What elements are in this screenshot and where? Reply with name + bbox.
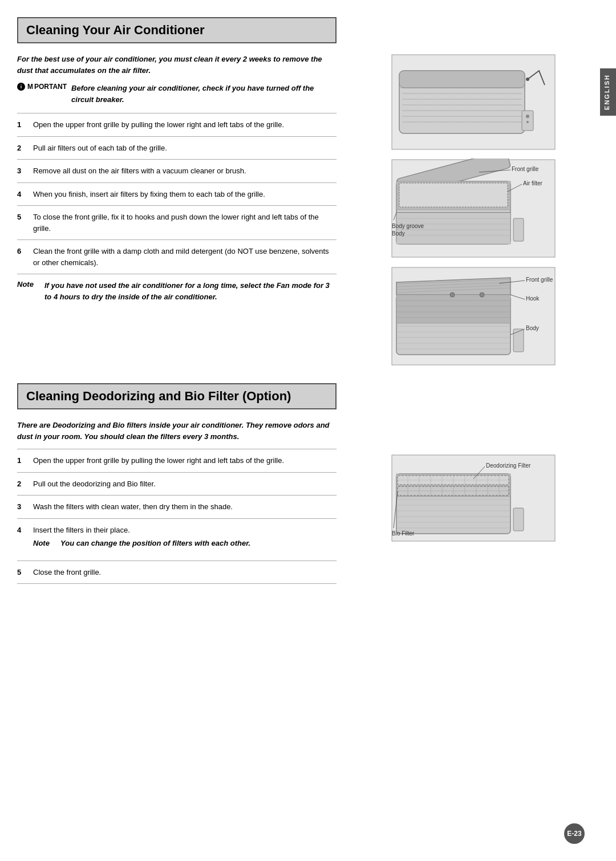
svg-rect-35 bbox=[513, 218, 524, 241]
svg-rect-28 bbox=[399, 183, 508, 207]
important-badge: i MPORTANT bbox=[17, 83, 67, 91]
s2-step-num-1: 1 bbox=[17, 455, 26, 466]
svg-text:Deodorizing Filter: Deodorizing Filter bbox=[486, 462, 531, 469]
s2-note-text-inline: You can change the position of filters w… bbox=[60, 538, 250, 549]
svg-text:Body: Body bbox=[392, 230, 405, 237]
step-num-5: 5 bbox=[17, 212, 26, 223]
important-label: M bbox=[27, 83, 33, 91]
section2-left: There are Deodorizing and Bio filters in… bbox=[17, 420, 337, 584]
step-num-1: 1 bbox=[17, 119, 26, 131]
step-item-6: 6 Clean the front grille with a damp clo… bbox=[17, 239, 337, 274]
s2-step-text-4: Insert the filters in their place. bbox=[33, 526, 130, 534]
step-item-2: 2 Pull air filters out of each tab of th… bbox=[17, 136, 337, 160]
section1-left: For the best use of your air conditioner… bbox=[17, 54, 337, 366]
svg-point-61 bbox=[480, 293, 484, 297]
svg-text:Body groove: Body groove bbox=[392, 223, 424, 229]
section1-intro: For the best use of your air conditioner… bbox=[17, 54, 337, 76]
svg-rect-2 bbox=[399, 71, 525, 88]
s2-step-item-1: 1 Open the upper front grille by pulling… bbox=[17, 449, 337, 472]
section2-title: Cleaning Deodorizing and Bio Filter (Opt… bbox=[17, 383, 337, 409]
step-text-1: Open the upper front grille by pulling t… bbox=[33, 119, 337, 131]
svg-point-18 bbox=[526, 115, 529, 118]
svg-point-60 bbox=[450, 293, 455, 297]
section1-title: Cleaning Your Air Conditioner bbox=[17, 17, 337, 43]
svg-text:Bio Filter: Bio Filter bbox=[392, 530, 415, 537]
s2-step-item-2: 2 Pull out the deodorizing and Bio filte… bbox=[17, 472, 337, 496]
s2-note-badge-inline: Note bbox=[33, 538, 56, 549]
step-item-5: 5 To close the front grille, fix it to h… bbox=[17, 205, 337, 239]
section2: Cleaning Deodorizing and Bio Filter (Opt… bbox=[17, 383, 599, 584]
step-num-3: 3 bbox=[17, 165, 26, 177]
important-label2: PORTANT bbox=[34, 83, 67, 91]
note-badge1: Note bbox=[17, 280, 40, 289]
s2-note-inline: Note You can change the position of filt… bbox=[33, 535, 250, 555]
step-text-4: When you finish, insert air filters by f… bbox=[33, 189, 337, 200]
s2-step-num-3: 3 bbox=[17, 501, 26, 513]
diagram4-svg: Deodorizing Filter Bio Filter bbox=[391, 454, 556, 542]
page-number-badge: E-23 bbox=[564, 823, 585, 844]
note-box1: Note If you have not used the air condit… bbox=[17, 274, 337, 308]
note-text1: If you have not used the air conditioner… bbox=[44, 280, 337, 302]
step-text-6: Clean the front grille with a damp cloth… bbox=[33, 246, 337, 268]
s2-step-item-3: 3 Wash the filters with clean water, the… bbox=[17, 495, 337, 518]
step-text-3: Remove all dust on the air filters with … bbox=[33, 165, 337, 177]
diagram1-svg bbox=[391, 54, 556, 151]
s2-step-text-2: Pull out the deodorizing and Bio filter. bbox=[33, 478, 337, 490]
s2-step-item-5: 5 Close the front grille. bbox=[17, 561, 337, 584]
diagram2-svg: Front grille Air filter Body groove Body bbox=[391, 159, 556, 258]
s2-bottom-line bbox=[17, 583, 337, 584]
s2-step-num-5: 5 bbox=[17, 567, 26, 578]
important-box: i MPORTANT Before cleaning your air cond… bbox=[17, 83, 337, 105]
section2-diagrams: Deodorizing Filter Bio Filter bbox=[348, 420, 599, 584]
s2-step-text-1: Open the upper front grille by pulling t… bbox=[33, 455, 337, 466]
step-num-2: 2 bbox=[17, 143, 26, 154]
important-icon: i bbox=[17, 83, 25, 91]
svg-text:Hook: Hook bbox=[526, 295, 540, 302]
svg-rect-49 bbox=[396, 295, 510, 323]
section1: Cleaning Your Air Conditioner For the be… bbox=[17, 17, 599, 366]
svg-rect-99 bbox=[513, 508, 524, 531]
s2-step-item-4: 4 Insert the filters in their place. Not… bbox=[17, 518, 337, 561]
page: ENGLISH Cleaning Your Air Conditioner Fo… bbox=[0, 0, 616, 861]
svg-text:Front grille: Front grille bbox=[512, 166, 539, 172]
step-item-4: 4 When you finish, insert air filters by… bbox=[17, 182, 337, 206]
diagram1 bbox=[391, 54, 556, 151]
step-item-1: 1 Open the upper front grille by pulling… bbox=[17, 113, 337, 136]
s2-step-text-5: Close the front grille. bbox=[33, 567, 337, 578]
step-text-2: Pull air filters out of each tab of the … bbox=[33, 143, 337, 154]
s2-step-num-2: 2 bbox=[17, 478, 26, 490]
svg-text:Body: Body bbox=[526, 325, 539, 331]
language-tab: ENGLISH bbox=[600, 68, 616, 116]
important-text: Before cleaning your air conditioner, ch… bbox=[71, 83, 337, 105]
section2-intro: There are Deodorizing and Bio filters in… bbox=[17, 420, 337, 442]
svg-rect-17 bbox=[522, 111, 533, 131]
diagram4: Deodorizing Filter Bio Filter bbox=[391, 454, 556, 542]
svg-text:Front grille: Front grille bbox=[526, 277, 553, 283]
svg-point-16 bbox=[526, 78, 529, 81]
diagram3-svg: Front grille Hook Body bbox=[391, 266, 556, 366]
svg-point-19 bbox=[526, 121, 529, 123]
step-num-6: 6 bbox=[17, 246, 26, 257]
step-num-4: 4 bbox=[17, 189, 26, 200]
step-text-5: To close the front grille, fix it to hoo… bbox=[33, 212, 337, 234]
svg-rect-59 bbox=[513, 329, 524, 352]
diagram3: Front grille Hook Body bbox=[391, 266, 556, 366]
step-item-3: 3 Remove all dust on the air filters wit… bbox=[17, 159, 337, 182]
steps-list: 1 Open the upper front grille by pulling… bbox=[17, 113, 337, 274]
section2-steps-list: 1 Open the upper front grille by pulling… bbox=[17, 449, 337, 584]
diagram2: Front grille Air filter Body groove Body bbox=[391, 159, 556, 258]
s2-step-num-4: 4 bbox=[17, 525, 26, 536]
svg-text:Air filter: Air filter bbox=[523, 180, 543, 186]
section1-diagrams: Front grille Air filter Body groove Body bbox=[348, 54, 599, 366]
s2-step-text-3: Wash the filters with clean water, then … bbox=[33, 501, 337, 513]
